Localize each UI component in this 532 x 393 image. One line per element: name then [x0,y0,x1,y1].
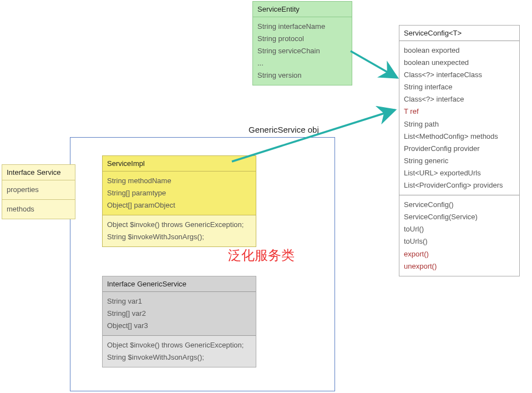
field-line: ServiceConfig(Service) [404,211,515,223]
interface-service-box: Interface Service properties methods [2,164,75,219]
service-entity-title: ServiceEntity [253,2,352,17]
field-line: Object $invoke() throws GenericException… [107,219,251,231]
chinese-label: 泛化服务类 [228,246,295,264]
service-impl-fields: String methodNameString[] paramtypeObjec… [103,172,256,215]
field-line: Object $invoke() throws GenericException… [107,339,251,351]
field-line: ProviderConfig provider [404,143,515,155]
field-line: Class<?> interface [404,93,515,105]
field-line: String protocol [257,33,347,45]
field-line: String version [257,69,347,82]
field-line: ... [257,57,347,69]
service-config-title: ServiceConfig<T> [399,26,519,41]
field-line: String generic [404,155,515,167]
generic-service-fields: String var1String[] var2Object[] var3 [103,292,256,336]
field-line: String $invokeWithJsonArgs(); [107,351,251,364]
field-line: Class<?> interfaceClass [404,69,515,81]
field-line: ServiceConfig() [404,199,515,211]
field-line: List<URL> exportedUrls [404,167,515,179]
field-line: String $invokeWithJsonArgs(); [107,231,251,243]
service-config-fields: boolean exportedboolean unexpectedClass<… [399,41,519,195]
field-line: export() [404,248,515,260]
generic-service-box: Interface GenericService String var1Stri… [102,276,256,367]
field-line: boolean unexpected [404,57,515,69]
field-line: String[] paramtype [107,187,251,199]
field-line: toUrl() [404,223,515,235]
service-entity-box: ServiceEntity String interfaceNameString… [252,1,352,85]
field-line: List<MethodConfig> methods [404,130,515,143]
field-line: unexport() [404,260,515,273]
interface-service-row1: properties [2,180,75,200]
service-config-methods: ServiceConfig()ServiceConfig(Service)toU… [399,195,519,276]
field-line: String serviceChain [257,45,347,57]
interface-service-title: Interface Service [2,165,75,180]
interface-service-row2: methods [2,200,75,219]
field-line: String var1 [107,295,251,308]
field-line: Object[] paramObject [107,199,251,211]
field-line: T ref [404,105,515,118]
field-line: toUrls() [404,235,515,248]
generic-service-methods: Object $invoke() throws GenericException… [103,336,256,367]
generic-service-title: Interface GenericService [103,276,256,292]
service-impl-methods: Object $invoke() throws GenericException… [103,215,256,246]
generic-obj-label: GenericService obj [249,125,319,134]
service-impl-title: ServiceImpl [103,156,256,172]
field-line: boolean exported [404,44,515,57]
field-line: String methodName [107,175,251,187]
field-line: List<ProviderConfig> providers [404,179,515,192]
field-line: String interfaceName [257,21,347,33]
field-line: String interface [404,81,515,93]
field-line: String[] var2 [107,308,251,320]
service-impl-box: ServiceImpl String methodNameString[] pa… [102,155,256,247]
arrow-entity-to-config [351,51,397,78]
service-config-box: ServiceConfig<T> boolean exportedboolean… [399,25,520,276]
field-line: Object[] var3 [107,320,251,332]
field-line: String path [404,118,515,130]
service-entity-fields: String interfaceNameString protocolStrin… [253,17,352,85]
